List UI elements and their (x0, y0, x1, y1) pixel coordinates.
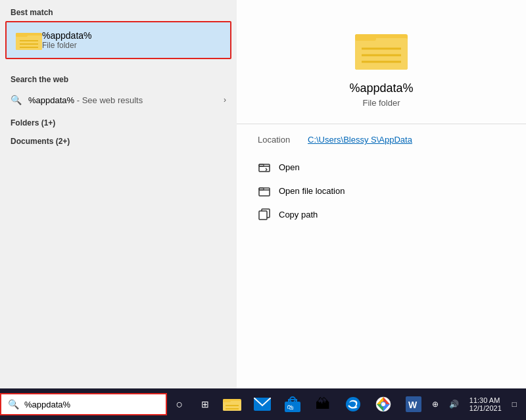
left-panel: Best match %appdata% File folder Search … (0, 0, 237, 388)
taskbar-app-store[interactable]: 🛍 (278, 390, 307, 419)
web-search-text: %appdata% - See web results (28, 95, 143, 105)
action-open[interactable]: Open (237, 155, 526, 179)
svg-rect-17 (259, 211, 267, 220)
taskbar-search-text: %appdata% (24, 400, 70, 409)
tray-volume[interactable]: 🔊 (445, 397, 463, 411)
cortana-button[interactable]: ○ (167, 388, 193, 420)
web-search-item[interactable]: 🔍 %appdata% - See web results › (0, 88, 237, 112)
svg-text:W: W (408, 400, 418, 410)
svg-rect-13 (259, 164, 264, 166)
action-open-file-location[interactable]: Open file location (237, 179, 526, 202)
taskbar-search-icon: 🔍 (8, 399, 19, 409)
detail-item-name: %appdata% (349, 82, 413, 95)
svg-rect-2 (16, 33, 28, 37)
svg-rect-20 (223, 399, 231, 402)
tray-notification[interactable]: □ (508, 397, 521, 411)
search-icon-web: 🔍 (11, 95, 22, 105)
task-view-button[interactable]: ⊞ (192, 388, 218, 420)
start-menu: Best match %appdata% File folder Search … (0, 0, 526, 388)
svg-point-31 (381, 402, 385, 406)
mail-icon (254, 398, 271, 411)
taskbar-search-box[interactable]: 🔍 %appdata% (0, 393, 167, 415)
web-search-query: %appdata% (28, 95, 74, 105)
taskbar-app-explorer[interactable] (218, 390, 247, 419)
action-copy-path-label: Copy path (279, 210, 318, 220)
taskbar-app-mail[interactable] (248, 390, 277, 419)
action-copy-path[interactable]: Copy path (237, 202, 526, 226)
folder-icon-small (16, 29, 42, 51)
taskbar-app-chrome[interactable] (369, 390, 398, 419)
location-label: Location (258, 135, 297, 145)
folder-icon-large (355, 26, 408, 71)
best-match-name: %appdata% (42, 30, 92, 41)
edge-icon (345, 396, 361, 412)
open-icon (258, 160, 271, 174)
documents-label: Documents (2+) (0, 130, 237, 149)
taskbar-app-photos[interactable]: 🏔 (308, 390, 337, 419)
svg-rect-15 (259, 188, 264, 190)
taskbar-apps: 🛍 🏔 (218, 390, 428, 419)
copy-path-icon (258, 208, 271, 221)
svg-point-27 (346, 397, 360, 411)
svg-rect-14 (259, 188, 270, 196)
store-icon: 🛍 (285, 396, 300, 412)
taskbar-app-word[interactable]: W (399, 390, 428, 419)
action-open-file-location-label: Open file location (279, 186, 345, 196)
location-row: Location C:\Users\Blessy S\AppData (237, 135, 526, 145)
copy-path-icon-svg (258, 208, 270, 220)
best-match-text: %appdata% File folder (42, 30, 92, 50)
svg-rect-12 (259, 164, 270, 172)
best-match-type: File folder (42, 41, 92, 50)
web-search-left: 🔍 %appdata% - See web results (11, 95, 143, 105)
web-search-suffix: - See web results (74, 95, 143, 105)
open-icon-svg (258, 161, 270, 173)
chrome-icon (375, 396, 391, 412)
svg-rect-7 (355, 38, 408, 70)
svg-text:🛍: 🛍 (287, 404, 294, 411)
web-search-label: Search the web (0, 67, 237, 88)
divider (237, 124, 526, 124)
word-icon: W (406, 396, 421, 412)
photos-icon: 🏔 (316, 396, 330, 413)
location-path[interactable]: C:\Users\Blessy S\AppData (308, 135, 412, 145)
system-tray: ⊕ 🔊 11:30 AM12/1/2021 □ (428, 394, 526, 415)
chevron-right-icon: › (224, 95, 226, 105)
right-panel: %appdata% File folder Location C:\Users\… (237, 0, 526, 388)
tray-clock: 11:30 AM12/1/2021 (466, 394, 506, 415)
detail-item-type: File folder (362, 98, 400, 108)
action-open-label: Open (279, 162, 300, 172)
svg-rect-8 (355, 34, 376, 41)
tray-network[interactable]: ⊕ (428, 397, 442, 411)
open-file-location-icon-svg (258, 185, 270, 197)
best-match-label: Best match (0, 0, 237, 21)
taskbar-app-edge[interactable] (339, 390, 368, 419)
folders-label: Folders (1+) (0, 112, 237, 130)
open-file-location-icon (258, 184, 271, 197)
taskbar: 🔍 %appdata% ○ ⊞ 🛍 (0, 388, 526, 420)
explorer-icon (223, 396, 241, 412)
best-match-item[interactable]: %appdata% File folder (5, 21, 231, 59)
